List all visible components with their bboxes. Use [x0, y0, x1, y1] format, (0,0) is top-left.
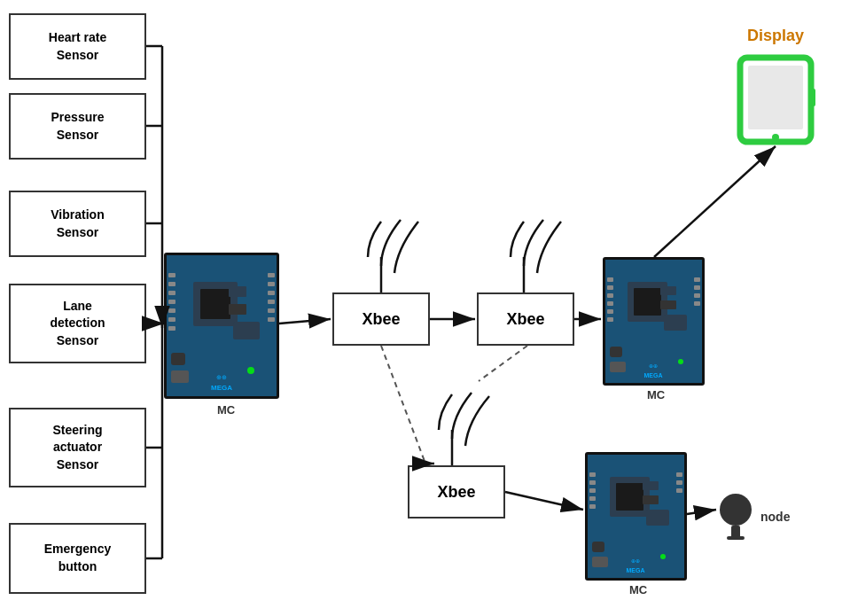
arduino-right-top: MEGA ⊕⊕: [603, 257, 705, 386]
svg-rect-51: [589, 496, 596, 501]
svg-rect-29: [607, 293, 613, 298]
svg-rect-40: [660, 300, 676, 309]
svg-text:MEGA: MEGA: [644, 372, 663, 378]
svg-rect-52: [589, 504, 596, 509]
mc-label-bottom: MC: [629, 583, 647, 597]
svg-rect-67: [811, 89, 815, 106]
svg-point-66: [772, 134, 779, 141]
svg-rect-65: [748, 66, 803, 129]
svg-rect-26: [634, 288, 661, 316]
svg-line-89: [687, 510, 716, 514]
svg-rect-53: [676, 472, 682, 477]
svg-text:⊕⊕: ⊕⊕: [216, 374, 227, 380]
svg-line-85: [381, 346, 425, 464]
arduino-left-board-svg: MEGA ⊕⊕: [167, 255, 277, 396]
svg-rect-16: [171, 370, 189, 383]
svg-line-88: [505, 492, 583, 510]
svg-rect-38: [610, 347, 622, 357]
svg-rect-2: [200, 289, 230, 319]
svg-rect-55: [676, 488, 682, 493]
svg-rect-9: [168, 326, 175, 331]
arduino-left: MEGA ⊕⊕: [164, 253, 279, 399]
display-tablet-icon: [736, 53, 815, 146]
svg-rect-41: [664, 315, 687, 331]
xbee-bottom: Xbee: [408, 465, 505, 519]
sensor-pressure: Pressure Sensor: [9, 93, 146, 160]
svg-rect-11: [268, 282, 275, 286]
xbee-left: Xbee: [332, 292, 430, 346]
svg-rect-60: [646, 510, 669, 526]
sensor-steering-actuator: Steering actuator Sensor: [9, 408, 146, 487]
svg-rect-50: [589, 488, 596, 493]
sensor-heart-rate: Heart rate Sensor: [9, 13, 146, 80]
svg-rect-36: [694, 301, 700, 306]
svg-rect-17: [171, 353, 185, 365]
svg-rect-49: [589, 480, 596, 485]
svg-point-61: [660, 554, 666, 559]
diagram: Heart rate Sensor Pressure Sensor Vibrat…: [0, 0, 850, 616]
svg-rect-20: [233, 322, 260, 339]
display-label: Display: [747, 27, 804, 45]
svg-rect-7: [168, 308, 175, 313]
xbee-right-top: Xbee: [477, 292, 574, 346]
svg-text:MEGA: MEGA: [211, 384, 232, 392]
svg-text:⊕⊕: ⊕⊕: [631, 558, 640, 564]
sensor-emergency-button: Emergency button: [9, 523, 146, 594]
svg-rect-14: [268, 308, 275, 313]
svg-rect-30: [607, 301, 613, 306]
arduino-bottom: MEGA ⊕⊕: [585, 452, 687, 581]
svg-rect-34: [694, 285, 700, 290]
arduino-bottom-svg: MEGA ⊕⊕: [588, 455, 684, 578]
svg-rect-4: [168, 282, 175, 286]
svg-rect-28: [607, 285, 613, 290]
svg-rect-56: [592, 557, 608, 567]
node-label: node: [760, 510, 790, 524]
svg-rect-37: [610, 362, 626, 372]
svg-rect-19: [229, 304, 246, 315]
svg-rect-27: [607, 277, 613, 282]
sensor-lane-detection: Lane detection Sensor: [9, 284, 146, 363]
svg-rect-59: [643, 495, 659, 504]
svg-rect-5: [168, 291, 175, 295]
sensor-vibration: Vibration Sensor: [9, 191, 146, 257]
svg-rect-48: [589, 472, 596, 477]
svg-rect-57: [592, 542, 604, 552]
svg-rect-18: [229, 286, 246, 297]
svg-rect-47: [616, 483, 643, 511]
mc-label-left: MC: [217, 403, 235, 417]
svg-line-84: [654, 146, 776, 257]
svg-rect-8: [168, 317, 175, 322]
svg-line-81: [279, 319, 331, 324]
svg-rect-15: [268, 317, 275, 322]
svg-rect-58: [643, 481, 659, 490]
svg-rect-35: [694, 293, 700, 298]
svg-rect-3: [168, 273, 175, 277]
svg-rect-31: [607, 309, 613, 314]
svg-line-87: [479, 346, 527, 381]
svg-rect-12: [268, 291, 275, 295]
svg-point-42: [678, 359, 683, 364]
arduino-right-top-svg: MEGA ⊕⊕: [605, 260, 702, 383]
svg-rect-32: [607, 317, 613, 322]
mc-label-right-top: MC: [647, 388, 665, 402]
node-icon: [714, 492, 758, 545]
svg-rect-13: [268, 300, 275, 304]
svg-text:MEGA: MEGA: [627, 567, 645, 573]
svg-point-21: [247, 367, 254, 374]
svg-rect-6: [168, 300, 175, 304]
svg-rect-33: [694, 277, 700, 282]
svg-rect-54: [676, 480, 682, 485]
svg-text:⊕⊕: ⊕⊕: [649, 363, 658, 369]
svg-rect-10: [268, 273, 275, 277]
svg-rect-39: [660, 286, 676, 295]
svg-rect-70: [727, 536, 745, 540]
svg-point-68: [720, 494, 752, 526]
